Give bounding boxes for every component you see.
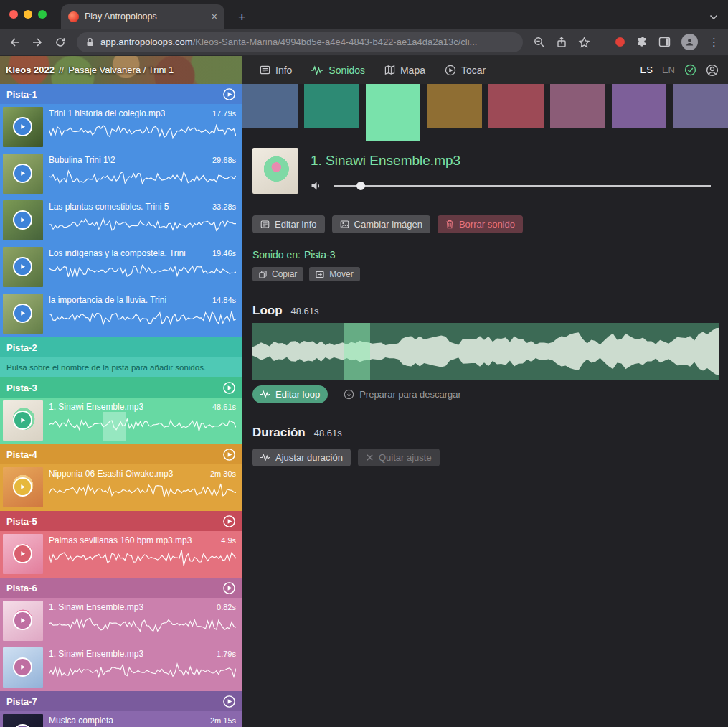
track-name[interactable]: Pista-7: [6, 696, 37, 707]
item-play-icon[interactable]: [13, 724, 32, 727]
record-extension-icon[interactable]: [615, 37, 625, 47]
item-play-icon[interactable]: [13, 544, 32, 563]
prepare-download-button[interactable]: Preparar para descargar: [342, 385, 469, 403]
swatch-pista-6[interactable]: [550, 84, 605, 128]
track-item-selected[interactable]: 1. Sinawi Ensemble.mp348.61s: [0, 398, 242, 444]
lock-icon[interactable]: [85, 37, 95, 47]
item-play-icon[interactable]: [13, 117, 32, 136]
tab-mapa[interactable]: Mapa: [384, 65, 425, 76]
item-title[interactable]: Trini 1 historia del colegio.mp3: [49, 108, 165, 118]
back-icon[interactable]: [9, 37, 21, 48]
item-play-icon[interactable]: [13, 411, 32, 430]
address-bar[interactable]: app.antropoloops.com/Kleos-Santa-Marina/…: [77, 32, 523, 52]
track-name[interactable]: Pista-3: [6, 383, 37, 393]
new-tab-button[interactable]: +: [238, 11, 246, 24]
track-header[interactable]: Pista-1: [0, 84, 242, 104]
track-item[interactable]: Bubulina Trini 1\229.68s: [0, 151, 242, 197]
track-play-icon[interactable]: [222, 88, 236, 101]
copy-button[interactable]: Copiar: [252, 267, 303, 281]
tracks-sidebar[interactable]: Pista-1 Trini 1 historia del colegio.mp3…: [0, 84, 242, 727]
zoom-icon[interactable]: [534, 37, 545, 48]
track-name[interactable]: Pista-4: [6, 449, 37, 460]
volume-icon[interactable]: [311, 181, 321, 191]
item-title[interactable]: Palmas sevillanas 160 bpm mp3.mp3: [49, 535, 192, 545]
track-item[interactable]: Nipponia 06 Esashi Oiwake.mp32m 30s: [0, 464, 242, 511]
swatch-pista-1[interactable]: [242, 84, 298, 128]
delete-sound-button[interactable]: Borrar sonido: [438, 215, 523, 233]
swatch-pista-7[interactable]: [612, 84, 667, 128]
extensions-puzzle-icon[interactable]: [635, 36, 648, 48]
location-track-link[interactable]: Pista-3: [304, 249, 336, 261]
swatch-pista-4[interactable]: [427, 84, 482, 128]
share-icon[interactable]: [556, 37, 567, 48]
swatch-pista-8[interactable]: [673, 84, 728, 128]
move-button[interactable]: Mover: [309, 267, 359, 281]
track-play-icon[interactable]: [222, 448, 236, 461]
track-header[interactable]: Pista-6: [0, 578, 242, 598]
track-name[interactable]: Pista-1: [6, 89, 37, 100]
track-name[interactable]: Pista-6: [6, 583, 37, 594]
track-item[interactable]: Trini 1 historia del colegio.mp317.79s: [0, 104, 242, 151]
item-title[interactable]: Bubulina Trini 1\2: [49, 155, 115, 165]
loop-waveform[interactable]: [252, 323, 719, 380]
volume-slider[interactable]: [334, 185, 711, 187]
track-header[interactable]: Pista-3: [0, 377, 242, 398]
item-play-icon[interactable]: [13, 611, 32, 630]
item-title[interactable]: 1. Sinawi Ensemble.mp3: [49, 402, 143, 412]
edit-loop-button[interactable]: Editar loop: [252, 385, 328, 403]
browser-tab[interactable]: Play Antropoloops ×: [61, 4, 224, 29]
lang-es[interactable]: ES: [640, 65, 653, 75]
change-image-button[interactable]: Cambiar imágen: [332, 215, 430, 233]
item-play-icon[interactable]: [13, 164, 32, 183]
lang-en[interactable]: EN: [662, 65, 675, 75]
item-play-icon[interactable]: [13, 257, 32, 276]
remove-adjust-button[interactable]: Quitar ajuste: [358, 449, 440, 466]
track-header[interactable]: Pista-5: [0, 511, 242, 531]
zoom-window-button[interactable]: [38, 10, 47, 19]
item-title[interactable]: Nipponia 06 Esashi Oiwake.mp3: [49, 469, 173, 479]
track-play-icon[interactable]: [222, 515, 236, 528]
profile-avatar[interactable]: [681, 34, 698, 50]
track-play-icon[interactable]: [222, 581, 236, 595]
swatch-pista-3-selected[interactable]: [366, 84, 421, 141]
item-title[interactable]: 1. Sinawi Ensemble.mp3: [49, 602, 143, 612]
breadcrumb-path[interactable]: Pasaje Valvanera / Trini 1: [68, 65, 174, 75]
track-play-icon[interactable]: [222, 695, 236, 708]
item-play-icon[interactable]: [13, 477, 32, 497]
forward-icon[interactable]: [32, 37, 44, 48]
side-panel-icon[interactable]: [658, 37, 671, 47]
item-title[interactable]: Las plantas comestibles. Trini 5: [49, 202, 169, 212]
item-play-icon[interactable]: [13, 304, 32, 323]
reload-icon[interactable]: [55, 37, 66, 48]
track-item[interactable]: Los indígenas y la compostela. Trini19.4…: [0, 244, 242, 291]
item-play-icon[interactable]: [13, 657, 32, 677]
tab-sonidos[interactable]: Sonidos: [311, 65, 365, 76]
track-header[interactable]: Pista-2: [0, 337, 242, 357]
item-title[interactable]: 1. Sinawi Ensemble.mp3: [49, 649, 143, 659]
track-item[interactable]: Las plantas comestibles. Trini 533.28s: [0, 197, 242, 244]
breadcrumb-project[interactable]: Kleos 2022: [6, 65, 55, 75]
track-item[interactable]: Musica completa2m 15s: [0, 711, 242, 727]
browser-menu-icon[interactable]: ⋮: [709, 36, 719, 49]
loop-selection-region[interactable]: [344, 323, 370, 380]
track-item[interactable]: la importancia de la lluvia. Trini14.84s: [0, 291, 242, 337]
item-title[interactable]: la importancia de la lluvia. Trini: [49, 295, 166, 305]
track-name[interactable]: Pista-5: [6, 516, 37, 527]
account-icon[interactable]: [706, 64, 719, 77]
tab-info[interactable]: Info: [260, 65, 292, 76]
track-item[interactable]: Palmas sevillanas 160 bpm mp3.mp34.9s: [0, 531, 242, 578]
track-play-icon[interactable]: [222, 381, 236, 395]
track-item[interactable]: 1. Sinawi Ensemble.mp30.82s: [0, 598, 242, 644]
item-title[interactable]: Los indígenas y la compostela. Trini: [49, 248, 186, 258]
edit-info-button[interactable]: Editar info: [252, 215, 325, 233]
bookmark-star-icon[interactable]: [578, 37, 590, 48]
breadcrumb[interactable]: Kleos 2022 // Pasaje Valvanera / Trini 1: [0, 56, 242, 84]
item-play-icon[interactable]: [13, 210, 32, 230]
tab-tocar[interactable]: Tocar: [445, 65, 486, 76]
track-name[interactable]: Pista-2: [6, 342, 37, 353]
check-circle-icon[interactable]: [684, 64, 696, 76]
track-header[interactable]: Pista-7: [0, 691, 242, 711]
tab-close-icon[interactable]: ×: [212, 11, 217, 22]
swatch-pista-2[interactable]: [304, 84, 359, 128]
tab-search-chevron-icon[interactable]: [709, 14, 718, 20]
